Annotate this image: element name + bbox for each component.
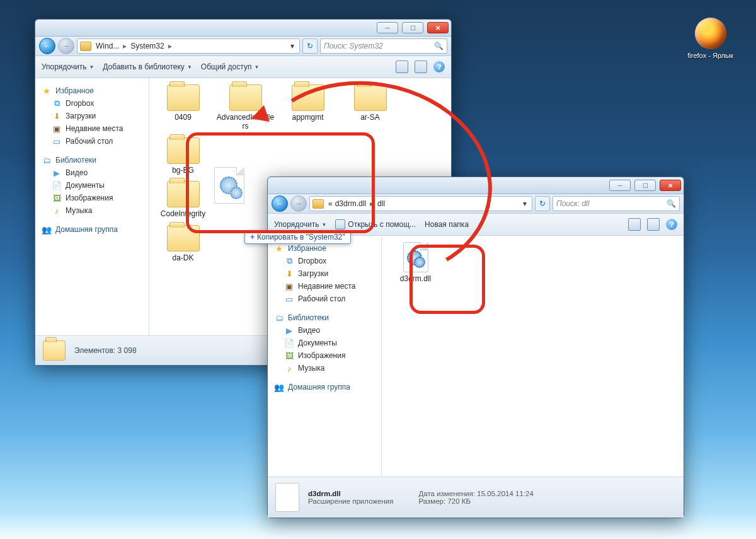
help-icon[interactable]: ?: [666, 219, 677, 230]
file-item-d3drm[interactable]: d3drm.dll: [386, 242, 445, 284]
close-button[interactable]: ✕: [427, 22, 449, 33]
details-date-label: Дата изменения:: [418, 490, 475, 497]
nav-forward-button[interactable]: →: [58, 38, 74, 54]
recent-icon: ▣: [284, 281, 294, 291]
cmd-share[interactable]: Общий доступ▼: [201, 62, 260, 71]
breadcrumb-1[interactable]: d3drm.dll: [335, 199, 366, 208]
homegroup-icon: 👥: [274, 382, 284, 392]
video-icon: ▶: [284, 325, 294, 335]
sidebar-item-documents[interactable]: 📄Документы: [268, 337, 381, 349]
search-input[interactable]: Поиск: dll 🔍: [553, 196, 680, 211]
pictures-icon: 🖼: [52, 193, 62, 203]
sidebar-item-videos[interactable]: ▶Видео: [35, 166, 149, 179]
desktop-shortcut-label: firefox - Ярлык: [680, 52, 740, 60]
sidebar-favorites-header[interactable]: ★Избранное: [35, 84, 149, 97]
star-icon: ★: [274, 243, 284, 253]
folder-icon: [43, 340, 66, 361]
folder-icon: [167, 225, 200, 252]
pictures-icon: 🖼: [284, 351, 294, 361]
folder-icon: [354, 84, 387, 111]
location-bar[interactable]: Wind... ▸ System32 ▸ ▾: [77, 38, 300, 54]
preview-pane-icon[interactable]: [415, 61, 427, 73]
location-dropdown[interactable]: ▾: [288, 42, 297, 50]
minimize-button[interactable]: ─: [377, 22, 398, 33]
refresh-button[interactable]: ↻: [302, 38, 318, 54]
file-list[interactable]: d3drm.dll: [382, 236, 684, 477]
search-input[interactable]: Поиск: System32 🔍: [320, 38, 447, 54]
sidebar-item-downloads[interactable]: ⬇Загрузки: [268, 267, 381, 280]
sidebar-item-music[interactable]: ♪Музыка: [35, 204, 149, 217]
details-size: 720 КБ: [447, 497, 471, 505]
close-button[interactable]: ✕: [660, 180, 681, 191]
sidebar-item-documents[interactable]: 📄Документы: [35, 179, 149, 192]
cmd-new-folder[interactable]: Новая папка: [425, 220, 469, 229]
minimize-button[interactable]: ─: [609, 180, 631, 191]
folder-item[interactable]: CodeIntegrity: [153, 181, 213, 219]
drag-ghost-dll: [214, 167, 244, 206]
cmd-organize[interactable]: Упорядочить▼: [274, 220, 326, 229]
maximize-button[interactable]: ☐: [402, 22, 423, 33]
view-options-icon[interactable]: [396, 61, 408, 73]
help-icon[interactable]: ?: [433, 61, 445, 72]
explorer-window-dll[interactable]: ─ ☐ ✕ ← → « d3drm.dll ▸ dll ▾ ↻ Поиск: d…: [267, 177, 684, 518]
breadcrumb-1[interactable]: Wind...: [96, 42, 119, 50]
sidebar-item-recent[interactable]: ▣Недавние места: [35, 122, 149, 135]
sidebar-homegroup-header[interactable]: 👥Домашняя группа: [35, 223, 149, 236]
nav-back-button[interactable]: ←: [39, 38, 55, 54]
open-with-icon: [335, 219, 345, 229]
sidebar-item-pictures[interactable]: 🖼Изображения: [268, 349, 381, 362]
location-bar[interactable]: « d3drm.dll ▸ dll ▾: [309, 196, 532, 211]
plus-icon: +: [250, 233, 255, 241]
sidebar-item-music[interactable]: ♪Музыка: [268, 362, 381, 374]
view-options-icon[interactable]: [628, 218, 641, 231]
sidebar-item-videos[interactable]: ▶Видео: [268, 324, 381, 337]
copy-tooltip: + Копировать в "System32": [244, 230, 351, 244]
folder-icon: [167, 181, 200, 207]
location-dropdown[interactable]: ▾: [520, 199, 529, 208]
sidebar-item-pictures[interactable]: 🖼Изображения: [35, 192, 149, 204]
breadcrumb-2[interactable]: System32: [130, 42, 164, 50]
sidebar-item-dropbox[interactable]: ⧉Dropbox: [35, 97, 149, 110]
cmd-organize[interactable]: Упорядочить▼: [42, 62, 94, 71]
cmd-add-to-library[interactable]: Добавить в библиотеку▼: [103, 62, 192, 71]
desktop-icon: ▭: [52, 136, 62, 146]
nav-back-button[interactable]: ←: [272, 195, 288, 212]
details-filetype: Расширение приложения: [308, 497, 393, 505]
breadcrumb-pre[interactable]: «: [328, 199, 333, 208]
item-count: Элементов: 3 098: [74, 346, 137, 355]
video-icon: ▶: [52, 168, 62, 178]
desktop-shortcut-firefox[interactable]: firefox - Ярлык: [680, 18, 740, 60]
preview-pane-icon[interactable]: [647, 218, 660, 231]
folder-item[interactable]: bg-BG: [153, 137, 213, 175]
sidebar-item-desktop[interactable]: ▭Рабочий стол: [268, 293, 381, 305]
documents-icon: 📄: [284, 338, 294, 348]
sidebar-item-desktop[interactable]: ▭Рабочий стол: [35, 135, 149, 148]
nav-pane[interactable]: ★Избранное ⧉Dropbox ⬇Загрузки ▣Недавние …: [268, 236, 382, 477]
refresh-button[interactable]: ↻: [535, 196, 550, 211]
homegroup-icon: 👥: [42, 224, 52, 235]
folder-item[interactable]: 0409: [153, 84, 213, 131]
titlebar[interactable]: ─ ☐ ✕: [268, 177, 684, 194]
sidebar-favorites-header[interactable]: ★Избранное: [268, 242, 381, 255]
sidebar-homegroup-header[interactable]: 👥Домашняя группа: [268, 381, 381, 393]
breadcrumb-2[interactable]: dll: [377, 199, 385, 208]
window-body: ★Избранное ⧉Dropbox ⬇Загрузки ▣Недавние …: [268, 236, 684, 477]
folder-item[interactable]: appmgmt: [278, 84, 338, 131]
cmd-open-with[interactable]: Открыть с помощ...: [335, 219, 416, 229]
sidebar-libraries-header[interactable]: 🗂Библиотеки: [268, 311, 381, 324]
maximize-button[interactable]: ☐: [634, 180, 656, 191]
folder-item[interactable]: da-DK: [153, 225, 213, 263]
nav-forward-button[interactable]: →: [290, 195, 307, 212]
folder-item[interactable]: ar-SA: [340, 84, 400, 131]
star-icon: ★: [42, 86, 52, 96]
sidebar-item-downloads[interactable]: ⬇Загрузки: [35, 110, 149, 122]
details-pane: d3drm.dll Расширение приложения Дата изм…: [268, 477, 684, 518]
address-bar: ← → « d3drm.dll ▸ dll ▾ ↻ Поиск: dll 🔍: [268, 194, 684, 214]
libraries-icon: 🗂: [42, 155, 52, 165]
titlebar[interactable]: ─ ☐ ✕: [35, 20, 451, 37]
sidebar-item-recent[interactable]: ▣Недавние места: [268, 280, 381, 293]
nav-pane[interactable]: ★Избранное ⧉Dropbox ⬇Загрузки ▣Недавние …: [35, 78, 149, 335]
sidebar-libraries-header[interactable]: 🗂Библиотеки: [35, 154, 149, 166]
folder-item[interactable]: AdvancedInstallers: [215, 84, 275, 131]
sidebar-item-dropbox[interactable]: ⧉Dropbox: [268, 255, 381, 267]
